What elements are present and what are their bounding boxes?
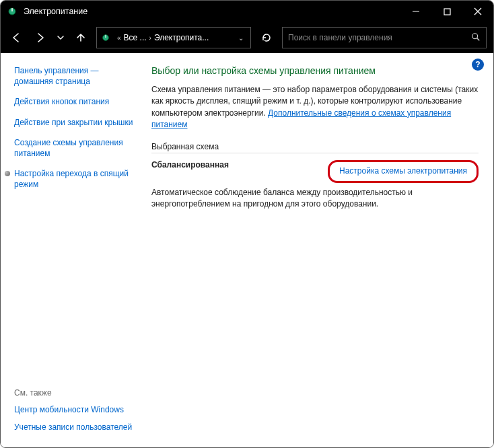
svg-rect-1 xyxy=(444,9,450,15)
page-heading: Выбор или настройка схемы управления пит… xyxy=(151,65,479,76)
main: ? Выбор или настройка схемы управления п… xyxy=(143,53,493,447)
search-box[interactable] xyxy=(282,27,487,48)
content: Панель управления — домашняя страница Де… xyxy=(1,53,493,447)
breadcrumb-seg[interactable]: Электропита... xyxy=(154,33,209,42)
sidebar-link-mobility-center[interactable]: Центр мобильности Windows xyxy=(14,404,135,415)
sidebar: Панель управления — домашняя страница Де… xyxy=(1,53,143,447)
power-icon xyxy=(6,5,18,17)
highlight-box: Настройка схемы электропитания xyxy=(328,160,479,183)
sidebar-item-create-plan[interactable]: Создание схемы управления питанием xyxy=(14,137,135,159)
search-icon[interactable] xyxy=(471,32,481,44)
sidebar-footer: См. также Центр мобильности Windows Учет… xyxy=(14,388,135,439)
change-plan-settings-link[interactable]: Настройка схемы электропитания xyxy=(339,166,467,176)
sidebar-item-sleep-settings[interactable]: Настройка перехода в спящий режим xyxy=(14,168,135,190)
titlebar: Электропитание xyxy=(1,1,493,22)
section-label: Выбранная схема xyxy=(151,142,479,153)
help-button[interactable]: ? xyxy=(472,59,484,71)
svg-point-3 xyxy=(472,33,478,38)
power-icon xyxy=(100,32,112,44)
plan-row: Сбалансированная Настройка схемы электро… xyxy=(151,160,479,183)
search-input[interactable] xyxy=(288,33,467,42)
maximize-button[interactable] xyxy=(431,1,462,22)
up-button[interactable] xyxy=(69,26,92,49)
recent-dropdown[interactable] xyxy=(53,26,68,49)
breadcrumb[interactable]: « Все ... › Электропита... ⌄ xyxy=(96,27,251,48)
minimize-button[interactable] xyxy=(400,1,431,22)
back-button[interactable] xyxy=(5,26,28,49)
navbar: « Все ... › Электропита... ⌄ xyxy=(1,22,493,53)
see-also-label: См. также xyxy=(14,388,135,398)
plan-description: Автоматическое соблюдение баланса между … xyxy=(151,187,479,211)
window: Электропитание xyxy=(0,0,494,448)
sidebar-item-lid-action[interactable]: Действие при закрытии крышки xyxy=(14,117,135,128)
page-description: Схема управления питанием — это набор па… xyxy=(151,84,479,131)
sidebar-link-user-accounts[interactable]: Учетные записи пользователей xyxy=(14,422,135,433)
plan-name: Сбалансированная xyxy=(151,160,229,170)
sidebar-item-power-buttons[interactable]: Действия кнопок питания xyxy=(14,96,135,107)
chevron-down-icon[interactable]: ⌄ xyxy=(234,34,248,42)
window-title: Электропитание xyxy=(24,7,400,16)
forward-button[interactable] xyxy=(29,26,52,49)
close-button[interactable] xyxy=(462,1,493,22)
breadcrumb-seg[interactable]: Все ... xyxy=(124,33,147,42)
sidebar-home-link[interactable]: Панель управления — домашняя страница xyxy=(14,65,135,87)
chevron-right-icon: › xyxy=(149,34,151,42)
chevron-left-icon: « xyxy=(117,34,121,42)
window-controls xyxy=(400,1,493,22)
refresh-button[interactable] xyxy=(255,26,278,49)
